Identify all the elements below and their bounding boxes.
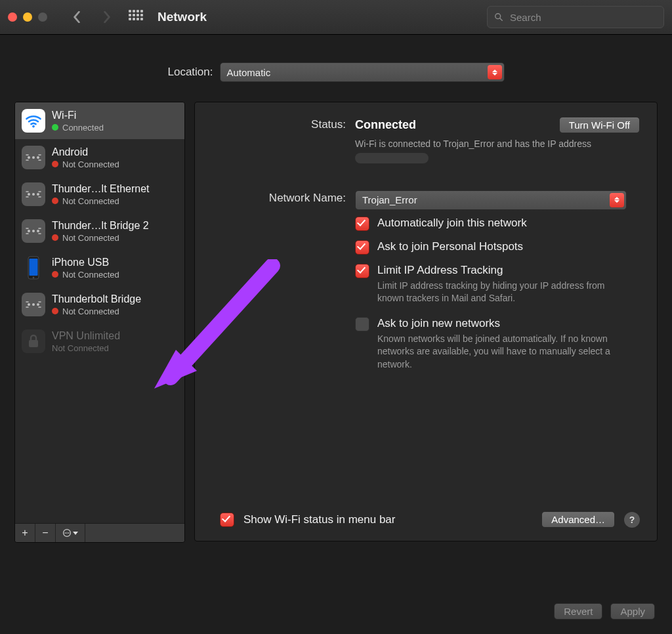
window-title: Network — [158, 10, 207, 24]
ask-join-description: Known networks will be joined automatica… — [377, 333, 627, 371]
add-service-button[interactable]: + — [15, 524, 35, 542]
autojoin-checkbox[interactable] — [355, 217, 369, 231]
network-name-value: Trojan_Error — [362, 194, 417, 205]
limit-tracking-checkbox[interactable] — [355, 264, 369, 278]
svg-rect-18 — [29, 340, 38, 347]
svg-point-4 — [32, 156, 35, 159]
toggle-wifi-button[interactable]: Turn Wi-Fi Off — [559, 117, 640, 133]
svg-point-6 — [28, 193, 30, 196]
status-dot-icon — [52, 271, 58, 278]
search-input[interactable] — [509, 11, 657, 24]
svg-line-1 — [500, 18, 502, 20]
sidebar-footer: + − — [15, 523, 184, 542]
svg-point-22 — [68, 532, 70, 534]
svg-point-20 — [65, 532, 66, 534]
svg-point-10 — [32, 230, 35, 232]
window-zoom-button[interactable] — [38, 12, 47, 22]
chevron-updown-icon — [488, 65, 502, 79]
service-name: Thunder…lt Ethernet — [52, 183, 150, 195]
window-minimize-button[interactable] — [23, 12, 32, 22]
location-popup[interactable]: Automatic — [220, 62, 505, 82]
window-close-button[interactable] — [8, 12, 17, 22]
sidebar-item-vpn-unlimited[interactable]: VPN Unlimited Not Connected — [15, 323, 184, 360]
show-all-prefs-button[interactable] — [129, 10, 143, 24]
sidebar-item-thunderbolt-bridge[interactable]: Thunderbolt Bridge Not Connected — [15, 286, 184, 323]
status-dot-icon — [52, 308, 58, 314]
svg-rect-13 — [30, 259, 38, 276]
apply-button[interactable]: Apply — [610, 603, 655, 620]
show-menubar-checkbox[interactable] — [220, 513, 234, 527]
status-description: Wi-Fi is connected to Trojan_Error and h… — [355, 137, 618, 164]
ethernet-icon — [22, 182, 45, 206]
ethernet-icon — [22, 146, 45, 169]
svg-point-5 — [37, 156, 39, 159]
detail-panel: Status: Connected Turn Wi-Fi Off Wi-Fi i… — [194, 102, 658, 541]
ethernet-icon — [22, 293, 45, 316]
svg-point-2 — [32, 125, 35, 128]
ask-join-label: Ask to join new networks — [377, 317, 627, 330]
service-status: Connected — [62, 123, 104, 133]
service-status: Not Connected — [62, 159, 119, 169]
ask-join-checkbox[interactable] — [355, 317, 369, 331]
sidebar-item-thunderbolt-bridge-2[interactable]: Thunder…lt Bridge 2 Not Connected — [15, 213, 184, 249]
forward-button[interactable] — [94, 5, 119, 30]
service-status: Not Connected — [52, 343, 109, 353]
back-button[interactable] — [64, 5, 89, 30]
status-value: Connected — [355, 118, 416, 132]
revert-button[interactable]: Revert — [554, 603, 602, 620]
search-icon — [494, 12, 503, 22]
status-dot-icon — [52, 234, 58, 241]
service-name: Wi-Fi — [52, 110, 104, 121]
svg-point-3 — [28, 156, 30, 159]
service-name: Android — [52, 146, 119, 158]
svg-point-16 — [32, 303, 35, 306]
sidebar-item-iphone-usb[interactable]: iPhone USB Not Connected — [15, 249, 184, 286]
service-name: iPhone USB — [52, 257, 119, 268]
svg-point-11 — [37, 230, 39, 232]
window-buttons: Revert Apply — [554, 603, 655, 620]
service-status: Not Connected — [62, 306, 119, 316]
search-field[interactable] — [487, 6, 664, 28]
titlebar: Network — [0, 0, 672, 35]
svg-point-21 — [66, 532, 68, 534]
service-name: Thunder…lt Bridge 2 — [52, 220, 149, 232]
lock-icon — [22, 329, 45, 353]
network-name-label: Network Name: — [212, 190, 346, 210]
service-actions-menu[interactable] — [56, 524, 85, 542]
chevron-updown-icon — [610, 193, 624, 207]
status-dot-icon — [52, 124, 58, 131]
location-value: Automatic — [227, 67, 271, 78]
svg-point-7 — [32, 193, 35, 196]
service-sidebar: Wi-Fi Connected Android Not Connected — [14, 102, 185, 543]
hotspots-checkbox[interactable] — [355, 240, 369, 255]
remove-service-button[interactable]: − — [35, 524, 56, 542]
show-menubar-label: Show Wi-Fi status in menu bar — [243, 513, 395, 526]
chevron-right-icon — [102, 11, 112, 23]
service-name: VPN Unlimited — [52, 330, 120, 342]
network-name-popup[interactable]: Trojan_Error — [355, 190, 627, 210]
svg-point-17 — [37, 303, 39, 306]
limit-tracking-description: Limit IP address tracking by hiding your… — [377, 280, 627, 305]
redacted-ip — [355, 153, 429, 163]
sidebar-item-wifi[interactable]: Wi-Fi Connected — [15, 102, 184, 139]
sidebar-item-android[interactable]: Android Not Connected — [15, 139, 184, 176]
sidebar-item-thunderbolt-ethernet[interactable]: Thunder…lt Ethernet Not Connected — [15, 176, 184, 213]
autojoin-label: Automatically join this network — [377, 217, 527, 230]
svg-point-9 — [28, 230, 30, 232]
service-name: Thunderbolt Bridge — [52, 293, 141, 305]
location-label: Location: — [168, 66, 213, 79]
chevron-down-icon — [73, 532, 78, 535]
window-controls — [8, 12, 47, 22]
location-row: Location: Automatic — [14, 62, 658, 82]
hotspots-label: Ask to join Personal Hotspots — [377, 240, 523, 253]
service-status: Not Connected — [62, 270, 119, 280]
status-dot-icon — [52, 161, 58, 167]
svg-point-15 — [28, 303, 30, 306]
advanced-button[interactable]: Advanced… — [541, 511, 615, 528]
limit-tracking-label: Limit IP Address Tracking — [377, 264, 627, 277]
ethernet-icon — [22, 219, 45, 243]
wifi-icon — [22, 109, 45, 133]
service-list[interactable]: Wi-Fi Connected Android Not Connected — [15, 102, 184, 523]
chevron-left-icon — [72, 11, 81, 23]
help-button[interactable]: ? — [624, 512, 640, 528]
